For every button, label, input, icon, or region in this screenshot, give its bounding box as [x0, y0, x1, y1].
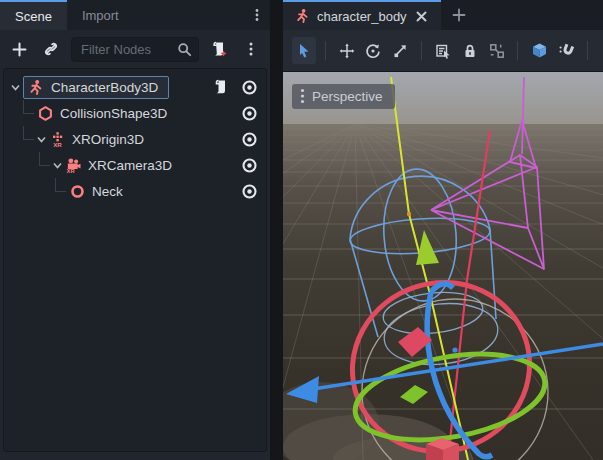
tab-scene-label: Scene [15, 9, 52, 24]
tab-label: character_body [317, 9, 407, 24]
move-icon [339, 43, 355, 59]
instance-scene-button[interactable] [37, 36, 64, 62]
toolbar-separator [421, 41, 422, 60]
list-select-tool-button[interactable] [431, 37, 455, 64]
collision-shape-3d-icon [37, 105, 54, 122]
node-3d-icon [69, 183, 86, 200]
selected-node-box: CharacterBody3D [23, 76, 169, 99]
visibility-toggle[interactable] [237, 75, 261, 99]
scene-dock-toolbar [0, 30, 270, 68]
magnifier-icon [177, 42, 192, 57]
move-tool-button[interactable] [335, 37, 359, 64]
node-label: CharacterBody3D [51, 80, 158, 95]
cube-icon [531, 42, 548, 59]
viewport-3d-scene [283, 72, 603, 460]
node-label: CollisionShape3D [60, 106, 167, 121]
node-label: XRCamera3D [88, 158, 172, 173]
rotate-icon [365, 43, 381, 59]
scale-icon [392, 43, 408, 59]
scale-tool-button[interactable] [388, 37, 412, 64]
plus-icon [452, 8, 466, 22]
new-tab-button[interactable] [441, 0, 477, 30]
rotate-tool-button[interactable] [362, 37, 386, 64]
tree-row-xrorigin3d[interactable]: XR XROrigin3D [4, 126, 266, 152]
toolbar-separator [587, 41, 588, 60]
svg-text:XR: XR [67, 168, 76, 174]
tree-guide [39, 152, 50, 166]
projection-label: Perspective [312, 89, 383, 104]
dock-tab-bar: Scene Import [0, 0, 270, 30]
godot-editor: Scene Import [0, 0, 603, 460]
tab-character-body[interactable]: character_body [283, 0, 441, 30]
tree-row-characterbody3d[interactable]: CharacterBody3D [4, 74, 266, 100]
attach-script-button[interactable] [206, 36, 233, 62]
node-label: Neck [92, 184, 123, 199]
perspective-menu-button[interactable]: Perspective [292, 84, 395, 109]
eye-icon [241, 105, 258, 122]
lock-icon [462, 43, 478, 59]
filter-nodes-field [71, 37, 199, 62]
magnet-icon [558, 42, 575, 59]
script-scroll-icon [213, 79, 229, 95]
svg-text:XR: XR [53, 141, 62, 148]
visibility-toggle[interactable] [237, 127, 261, 151]
tree-row-collisionshape3d[interactable]: CollisionShape3D [4, 100, 266, 126]
kebab-vertical-icon [250, 8, 264, 22]
list-select-icon [435, 43, 451, 59]
tree-guide [23, 100, 34, 114]
scene-dock: Scene Import [0, 0, 270, 460]
tab-import[interactable]: Import [67, 0, 134, 30]
link-chain-icon [43, 41, 59, 57]
kebab-vertical-icon [244, 41, 258, 57]
viewport-panel: character_body [283, 0, 603, 460]
plus-icon [12, 42, 27, 57]
tab-scene[interactable]: Scene [0, 0, 67, 30]
xr-camera-3d-icon: XR [65, 157, 82, 174]
node-label: XROrigin3D [72, 132, 144, 147]
collapse-chevron-icon[interactable] [34, 134, 49, 145]
visibility-toggle[interactable] [237, 101, 261, 125]
group-button[interactable] [485, 37, 509, 64]
open-script-button[interactable] [209, 75, 233, 99]
toolbar-separator [517, 41, 518, 60]
tab-import-label: Import [82, 8, 119, 23]
scene-tree-menu-button[interactable] [237, 36, 264, 62]
add-node-button[interactable] [6, 36, 33, 62]
viewport-3d[interactable]: Perspective [283, 72, 603, 460]
visibility-toggle[interactable] [237, 179, 261, 203]
eye-icon [241, 183, 258, 200]
eye-icon [241, 79, 258, 96]
kebab-vertical-icon [300, 88, 305, 104]
select-tool-button[interactable] [292, 37, 316, 64]
scene-tree: CharacterBody3D [3, 68, 267, 452]
lock-button[interactable] [458, 37, 482, 64]
tree-row-xrcamera3d[interactable]: XR XRCamera3D [4, 152, 266, 178]
gizmo-center-point [452, 347, 457, 352]
tree-row-neck[interactable]: Neck [4, 178, 266, 204]
tree-guide [23, 126, 34, 140]
visibility-toggle[interactable] [237, 153, 261, 177]
local-space-toggle-button[interactable] [527, 37, 551, 64]
group-icon [489, 43, 505, 59]
snap-toggle-button[interactable] [554, 37, 578, 64]
collapse-chevron-icon[interactable] [8, 82, 23, 93]
eye-icon [241, 131, 258, 148]
dock-tabbar-menu-button[interactable] [244, 0, 270, 30]
eye-icon [241, 157, 258, 174]
tree-guide [55, 178, 66, 192]
character-body-3d-icon [294, 8, 310, 24]
xr-origin-3d-icon: XR [49, 131, 66, 148]
scene-tab-bar: character_body [283, 0, 603, 30]
viewport-toolbar [283, 30, 603, 72]
script-new-icon [211, 41, 228, 58]
toolbar-separator [325, 41, 326, 60]
ray-hit-point [407, 212, 411, 216]
character-body-3d-icon [27, 79, 44, 96]
close-tab-button[interactable] [414, 8, 430, 24]
dock-splitter[interactable] [270, 0, 283, 460]
collapse-chevron-icon[interactable] [50, 160, 65, 171]
close-icon [416, 11, 427, 22]
select-arrow-icon [296, 43, 312, 59]
